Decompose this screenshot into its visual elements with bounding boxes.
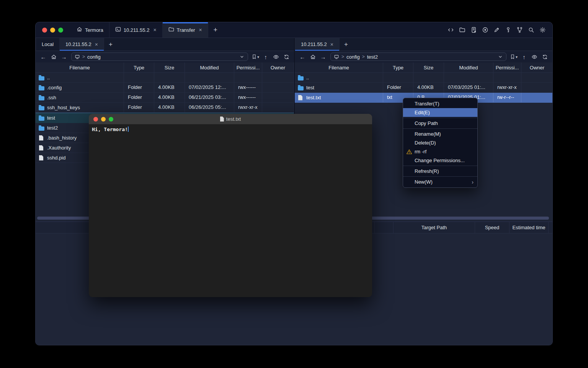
column-header[interactable]: Permissi... <box>493 62 521 72</box>
menu-item[interactable]: Rename(M) <box>403 130 477 138</box>
back-button[interactable]: ← <box>298 54 307 60</box>
new-tab-button[interactable]: + <box>208 22 223 38</box>
path-segment[interactable]: config <box>87 54 101 60</box>
maximize-window-button[interactable] <box>58 28 63 33</box>
transfer-column-speed[interactable]: Speed <box>475 222 509 233</box>
new-pane-tab-button[interactable]: + <box>104 38 117 51</box>
maximize-window-button[interactable] <box>109 117 113 122</box>
column-header[interactable]: Size <box>154 62 185 72</box>
close-tab-icon[interactable]: × <box>330 42 333 47</box>
file-type-icon <box>298 76 304 80</box>
column-header[interactable]: Filename <box>295 62 383 72</box>
left-table-header: FilenameTypeSizeModifiedPermissi...Owner <box>36 62 294 73</box>
column-header[interactable]: Owner <box>521 62 553 72</box>
show-hidden-button[interactable] <box>271 54 281 60</box>
menu-item[interactable] <box>403 176 477 177</box>
menu-item[interactable]: rm -rf <box>403 147 477 156</box>
parent-dir-button[interactable]: ↑ <box>261 54 270 60</box>
chevron-down-icon[interactable] <box>239 54 245 59</box>
tab-remote-host[interactable]: 10.211.55.2 × <box>295 38 340 51</box>
notes-icon[interactable] <box>470 27 477 33</box>
tab-termora[interactable]: Termora <box>71 22 109 38</box>
chevron-down-icon[interactable] <box>498 54 503 59</box>
file-owner <box>521 93 552 102</box>
key-icon[interactable] <box>505 27 511 33</box>
path-segment[interactable]: test2 <box>367 54 378 60</box>
column-header[interactable]: Type <box>383 62 413 72</box>
table-row[interactable]: .ssh Folder 4.00KB 06/21/2025 03:... rwx… <box>36 93 294 103</box>
menu-item[interactable]: Transfer(T) <box>403 99 477 108</box>
menu-item[interactable] <box>403 118 477 118</box>
editor-titlebar[interactable]: test.txt <box>89 114 372 124</box>
table-row[interactable]: .config Folder 4.00KB 07/02/2025 12:... … <box>36 83 294 93</box>
menu-item[interactable]: New(W) › <box>403 177 477 186</box>
edit-icon[interactable] <box>493 27 500 33</box>
menu-item[interactable] <box>403 128 477 129</box>
editor-window[interactable]: test.txt Hi, Termora! <box>89 114 372 297</box>
new-pane-tab-button[interactable]: + <box>340 38 353 51</box>
transfer-column-estimated-time[interactable]: Estimated time <box>509 222 548 233</box>
parent-dir-button[interactable]: ↑ <box>519 54 529 60</box>
menu-item[interactable]: Change Permissions... <box>403 156 477 165</box>
column-header[interactable]: Modified <box>185 62 234 72</box>
settings-icon[interactable] <box>539 27 546 33</box>
tab-transfer[interactable]: Transfer × <box>163 22 208 38</box>
file-type-icon <box>39 127 44 131</box>
tab-local[interactable]: Local <box>36 38 60 51</box>
table-row[interactable]: .. <box>36 73 294 83</box>
bookmark-button[interactable]: ▾ <box>251 54 260 59</box>
filename: .config <box>47 83 62 92</box>
forward-button[interactable]: → <box>59 54 69 60</box>
refresh-button[interactable] <box>540 54 549 60</box>
table-row[interactable]: ssh_host_keys Folder 4.00KB 06/26/2025 0… <box>36 103 294 113</box>
code-icon[interactable] <box>448 27 454 33</box>
minimize-window-button[interactable] <box>101 117 106 122</box>
tab-label: Termora <box>85 27 103 33</box>
tab-remote-host[interactable]: 10.211.55.2 × <box>60 38 104 51</box>
close-window-button[interactable] <box>42 28 47 33</box>
file-owner <box>521 83 552 92</box>
forward-button[interactable]: → <box>318 54 328 60</box>
tab-host[interactable]: 10.211.55.2 × <box>109 22 163 38</box>
file-size: 4.00KB <box>154 93 185 102</box>
close-window-button[interactable] <box>93 117 98 122</box>
editor-content[interactable]: Hi, Termora! <box>89 124 372 135</box>
menu-item-label: Delete(D) <box>415 140 436 146</box>
folder-icon[interactable] <box>459 27 466 33</box>
menu-item[interactable]: Refresh(R) <box>403 167 477 176</box>
column-header[interactable]: Modified <box>444 62 493 72</box>
menu-item[interactable]: Copy Path <box>403 119 477 128</box>
bookmark-button[interactable]: ▾ <box>509 54 518 59</box>
bookmark-dropdown-icon[interactable]: ▾ <box>516 55 518 59</box>
record-icon[interactable] <box>482 27 488 33</box>
column-header[interactable]: Permissi... <box>234 62 262 72</box>
close-tab-icon[interactable]: × <box>199 27 202 33</box>
keychain-icon[interactable] <box>516 27 523 33</box>
menu-item[interactable] <box>403 166 477 166</box>
termora-window: Termora 10.211.55.2 × Transfer × + <box>35 22 553 345</box>
column-header[interactable]: Size <box>413 62 444 72</box>
minimize-window-button[interactable] <box>50 28 55 33</box>
column-header[interactable]: Type <box>124 62 154 72</box>
refresh-button[interactable] <box>282 54 291 60</box>
search-icon[interactable] <box>528 27 534 33</box>
table-row[interactable]: test Folder 4.00KB 07/03/2025 01:... rwx… <box>295 83 552 93</box>
menu-item[interactable]: Delete(D) <box>403 138 477 147</box>
close-tab-icon[interactable]: × <box>153 27 156 33</box>
path-field[interactable]: > config <box>71 53 248 61</box>
close-tab-icon[interactable]: × <box>95 42 98 47</box>
show-hidden-button[interactable] <box>530 54 539 60</box>
home-button[interactable] <box>308 54 317 60</box>
back-button[interactable]: ← <box>39 54 48 60</box>
menu-item[interactable]: Edit(E) <box>403 108 477 117</box>
transfer-column-target-path[interactable]: Target Path <box>393 222 475 233</box>
path-field[interactable]: > config > test2 <box>330 53 506 61</box>
path-segment[interactable]: config <box>346 54 360 60</box>
file-owner <box>262 83 294 92</box>
column-header[interactable]: Filename <box>36 62 124 72</box>
transfer-column[interactable] <box>374 222 393 233</box>
home-button[interactable] <box>49 54 58 60</box>
bookmark-dropdown-icon[interactable]: ▾ <box>257 55 259 59</box>
table-row[interactable]: .. <box>295 73 552 83</box>
column-header[interactable]: Owner <box>262 62 294 72</box>
